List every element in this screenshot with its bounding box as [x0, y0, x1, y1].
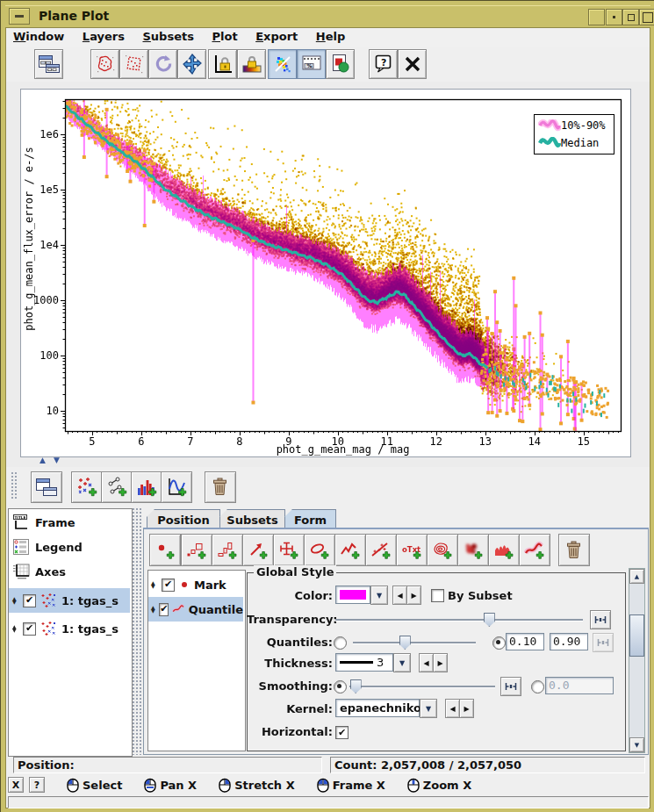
- add-line-form-button[interactable]: [334, 534, 366, 566]
- help-button[interactable]: ?: [369, 49, 398, 79]
- add-vector-form-button[interactable]: [242, 534, 274, 566]
- system-menu-button[interactable]: [9, 8, 30, 25]
- thickness-prev-button[interactable]: ◀: [419, 653, 434, 672]
- layers-item-axes[interactable]: Axes: [9, 560, 130, 583]
- pan-button[interactable]: [177, 49, 206, 79]
- tab-position[interactable]: Position: [147, 509, 220, 529]
- layers-item-frame[interactable]: TITLE Frame: [9, 511, 130, 534]
- quantiles-range-button[interactable]: [593, 633, 614, 652]
- control-window-button[interactable]: [34, 49, 63, 79]
- add-ellipse-form-button[interactable]: [304, 534, 335, 566]
- add-fill-form-button[interactable]: [488, 534, 520, 566]
- by-subset-checkbox[interactable]: [431, 589, 444, 602]
- smoothing-range-button[interactable]: [500, 677, 521, 696]
- export-image-button[interactable]: [326, 49, 355, 79]
- layer-control-window-button[interactable]: [31, 471, 62, 503]
- menu-export[interactable]: Export: [248, 28, 305, 43]
- add-label-form-button[interactable]: oTxt: [396, 534, 428, 566]
- plot-area[interactable]: phot_g_mean_mag / mag phot_g_mean_flux_e…: [20, 89, 631, 457]
- add-size-form-button[interactable]: [181, 534, 212, 566]
- quantile-high-field[interactable]: 0.90: [550, 633, 588, 650]
- menu-window[interactable]: Window: [6, 28, 71, 43]
- layer-visibility-checkbox[interactable]: ✔: [23, 594, 36, 607]
- density-shading-toggle[interactable]: [268, 49, 297, 79]
- collapse-up-arrow[interactable]: ▲: [40, 456, 46, 464]
- help-mode-button[interactable]: ?: [29, 777, 45, 793]
- kernel-prev-button[interactable]: ◀: [445, 699, 460, 718]
- replot-button[interactable]: [148, 49, 177, 79]
- remove-form-button[interactable]: [558, 534, 590, 566]
- color-next-button[interactable]: ▶: [406, 586, 421, 605]
- add-size-xy-form-button[interactable]: [212, 534, 243, 566]
- drag-handle-icon[interactable]: ▲▼: [151, 606, 155, 614]
- color-prev-button[interactable]: ◀: [392, 586, 407, 605]
- color-combo[interactable]: ▼: [335, 586, 388, 605]
- close-window-button[interactable]: [398, 49, 427, 79]
- layer-row-tgas-2[interactable]: ▲▼ ✔ 1: tgas_s: [9, 616, 130, 641]
- plot-legend[interactable]: 10%-90% Median: [534, 114, 614, 154]
- form-visibility-checkbox[interactable]: ✔: [162, 578, 175, 592]
- form-scrollbar[interactable]: ▲ ▼: [629, 568, 645, 753]
- drag-handle-icon[interactable]: ▲▼: [12, 625, 19, 633]
- shade-button[interactable]: [588, 9, 605, 25]
- hide-help-button[interactable]: X: [8, 777, 24, 793]
- menu-layers[interactable]: Layers: [75, 28, 132, 43]
- add-density-form-button[interactable]: [457, 534, 489, 566]
- lock-axes-button[interactable]: [208, 49, 237, 79]
- drag-handle-icon[interactable]: ▲▼: [12, 597, 19, 605]
- tab-form[interactable]: Form: [284, 509, 336, 529]
- sketch-frames-toggle[interactable]: %: [297, 49, 326, 79]
- transparency-slider[interactable]: [335, 619, 583, 622]
- quantiles-fields-radio[interactable]: [492, 636, 506, 650]
- panel-splitter[interactable]: [133, 508, 142, 755]
- smoothing-field-radio[interactable]: [531, 680, 544, 693]
- smoothing-field[interactable]: 0.0: [545, 677, 614, 694]
- form-row-quantile[interactable]: ▲▼ ✔ Quantile: [148, 597, 243, 622]
- drag-handle-icon[interactable]: ▲▼: [151, 581, 158, 589]
- maximize-button[interactable]: [622, 9, 639, 25]
- layer-row-tgas-1[interactable]: ▲▼ ✔ 1: tgas_s: [9, 588, 130, 613]
- kernel-next-button[interactable]: ▶: [459, 699, 474, 718]
- lock-aux-range-button[interactable]: [237, 49, 266, 79]
- layer-visibility-checkbox[interactable]: ✔: [23, 622, 36, 636]
- add-mark-form-button[interactable]: [149, 534, 181, 566]
- quantiles-slider-radio[interactable]: [334, 636, 347, 650]
- thickness-next-button[interactable]: ▶: [433, 653, 448, 672]
- form-row-mark[interactable]: ▲▼ ✔ Mark: [148, 572, 243, 597]
- scrollbar-thumb[interactable]: [629, 614, 644, 657]
- color-dropdown-button[interactable]: ▼: [370, 586, 388, 605]
- menu-subsets[interactable]: Subsets: [135, 28, 200, 43]
- add-contour-form-button[interactable]: [427, 534, 458, 566]
- split-divider[interactable]: ▲ ▼: [6, 458, 650, 467]
- iconify-button[interactable]: [606, 9, 622, 25]
- rescale-button[interactable]: [90, 49, 119, 79]
- horizontal-checkbox[interactable]: ✔: [335, 726, 349, 739]
- add-quantile-form-button[interactable]: [519, 534, 550, 566]
- smoothing-slider-radio[interactable]: [334, 680, 347, 693]
- add-pair-layer-button[interactable]: [101, 471, 133, 503]
- close-button[interactable]: [639, 9, 654, 25]
- scroll-up-button[interactable]: ▲: [629, 569, 644, 584]
- add-function-layer-button[interactable]: [161, 471, 192, 503]
- add-error-bars-form-button[interactable]: [273, 534, 305, 566]
- add-linear-fit-form-button[interactable]: [365, 534, 397, 566]
- kernel-combo[interactable]: epanechnikov ▼: [335, 699, 437, 718]
- toolbar-gripper[interactable]: [11, 472, 18, 500]
- menu-plot[interactable]: Plot: [205, 28, 244, 43]
- tab-subsets[interactable]: Subsets: [219, 509, 285, 529]
- transparency-range-button[interactable]: [590, 610, 611, 629]
- title-bar[interactable]: Plane Plot: [5, 5, 650, 28]
- kernel-dropdown-button[interactable]: ▼: [420, 699, 437, 718]
- thickness-dropdown-button[interactable]: ▼: [393, 653, 411, 672]
- add-histogram-layer-button[interactable]: [131, 471, 162, 503]
- remove-layer-button[interactable]: [205, 471, 236, 503]
- quantile-low-field[interactable]: 0.10: [506, 633, 544, 650]
- smoothing-slider[interactable]: [349, 686, 495, 688]
- quantiles-slider[interactable]: [353, 642, 476, 644]
- rescale-frame-button[interactable]: [119, 49, 148, 79]
- menu-help[interactable]: Help: [309, 28, 352, 43]
- scroll-down-button[interactable]: ▼: [629, 737, 644, 752]
- layers-item-legend[interactable]: Legend: [9, 535, 130, 558]
- collapse-down-arrow[interactable]: ▼: [54, 456, 60, 464]
- form-visibility-checkbox[interactable]: ✔: [159, 603, 169, 616]
